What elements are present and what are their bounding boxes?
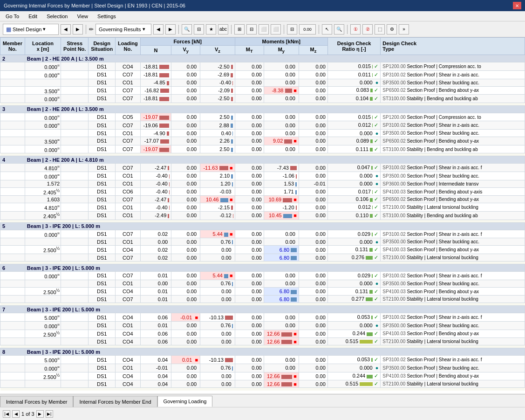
- cell-N: -18.81: [140, 95, 171, 103]
- close-button[interactable]: ✕: [513, 2, 521, 9]
- section-id-6: 6: [0, 264, 25, 272]
- cell-situation: DS1: [89, 180, 116, 187]
- cell-member-no: [0, 137, 25, 145]
- arrow-button[interactable]: ↖: [322, 24, 332, 34]
- cell-Vy: 0.00: [171, 113, 200, 121]
- cell-N: -17.07: [140, 137, 171, 145]
- table-button[interactable]: ⊟: [246, 24, 257, 34]
- cell-Vy: 0.00: [171, 70, 200, 79]
- cell-situation: DS1: [89, 113, 116, 121]
- cell-Vy: 0.00: [171, 180, 200, 187]
- cell-location: 0.000=: [25, 272, 61, 280]
- menu-selection[interactable]: Selection: [45, 13, 69, 20]
- cell-loading: CO7: [116, 164, 140, 172]
- cell-stress-point: [61, 280, 89, 287]
- nav-next-button[interactable]: ▶: [73, 24, 83, 34]
- zoom-button[interactable]: 🔍: [334, 24, 344, 34]
- cell-My: -1.20: [264, 203, 299, 212]
- cell-situation: DS1: [89, 356, 116, 364]
- cell-location: [25, 79, 61, 86]
- results-nav-prev[interactable]: ◀: [153, 24, 164, 34]
- table-row: 4.810= DS1 CO7 -2.47 0.00 -11.63 ■ 0.00 …: [0, 164, 525, 172]
- cell-desc: SP4100.03 Section Proof | Bending about …: [381, 372, 525, 380]
- toolbar: ▦ Steel Design ▾ ◀ ▶ ✏ Governing Results…: [0, 21, 525, 37]
- more-button[interactable]: »: [399, 24, 409, 34]
- cell-Mt: 0.00: [235, 130, 264, 137]
- tab-internal-forces-member-end[interactable]: Internal Forces by Member End: [73, 396, 157, 407]
- separator-5: [319, 25, 319, 34]
- menu-edit[interactable]: Edit: [27, 13, 39, 20]
- gear-button[interactable]: ⚙: [387, 24, 397, 34]
- steel-design-dropdown[interactable]: ▦ Steel Design ▾: [3, 24, 59, 35]
- icon-btn-3[interactable]: ⬚: [375, 24, 385, 34]
- section-label-4: Beam | 2 - HE 200 A | L: 4.810 m: [25, 156, 525, 164]
- cell-N: -2.47: [140, 164, 171, 172]
- cell-N: -16.82: [140, 86, 171, 95]
- cell-situation: DS1: [89, 330, 116, 338]
- table-row: 0.000= DS1 CO7 -18.81 0.00 -2.50 0.00 0.…: [0, 95, 525, 103]
- cell-N: 0.00: [140, 238, 171, 246]
- icon-btn-1[interactable]: ①: [350, 24, 361, 34]
- cell-location: 2.405½: [25, 212, 61, 220]
- cell-N: -0.40: [140, 203, 171, 212]
- cell-My: -1.06: [264, 172, 299, 180]
- cell-Mt: 0.00: [235, 164, 264, 172]
- cell-Mz: 0.00: [299, 145, 327, 153]
- cell-desc: SP3500.00 Section Proof | Shear buckling…: [381, 172, 525, 180]
- cell-dcr: 0.276 ✓: [327, 254, 381, 262]
- cell-stress-point: [61, 172, 89, 180]
- cell-Vy: 0.00: [171, 62, 200, 71]
- cell-My: 0.00: [264, 322, 299, 330]
- search-button[interactable]: 🔍: [182, 24, 192, 34]
- cell-loading: CO1: [116, 130, 140, 137]
- grid-button[interactable]: ⊞: [234, 24, 245, 34]
- cell-situation: DS1: [89, 70, 116, 79]
- cell-N: -0.40: [140, 187, 171, 196]
- cell-location: 0.000=: [25, 121, 61, 130]
- tab-internal-forces-member[interactable]: Internal Forces by Member: [0, 396, 73, 407]
- results-table: MemberNo. Locationx [m] StressPoint No. …: [0, 37, 525, 391]
- nav-prev-button[interactable]: ◀: [61, 24, 71, 34]
- governing-results-dropdown[interactable]: Governing Results ▾: [95, 24, 151, 35]
- cell-Vz: 0.00: [200, 330, 235, 338]
- highlight-button[interactable]: ★: [206, 24, 216, 34]
- cell-desc: SP4100.03 Section Proof | Bending about …: [381, 287, 525, 296]
- cell-desc: SP6500.02 Section Proof | Bending about …: [381, 137, 525, 145]
- cell-loading: CO1: [116, 322, 140, 330]
- table-row: 0.000= DS1 CO1 0.01 0.00 0.76 0.00 0.00 …: [0, 322, 525, 330]
- results-nav-next[interactable]: ▶: [165, 24, 176, 34]
- format-button[interactable]: ⊟: [287, 24, 297, 34]
- cell-Vz: 5.44 ■: [200, 230, 235, 238]
- separator-6: [347, 25, 348, 34]
- prev-page-button[interactable]: ◀: [12, 410, 20, 418]
- cell-Mt: 0.00: [235, 62, 264, 71]
- menu-settings[interactable]: Settings: [95, 13, 118, 20]
- settings-btn-2[interactable]: ⬜: [271, 24, 281, 34]
- cell-My: 1.71: [264, 187, 299, 196]
- section-id-4: 4: [0, 156, 25, 164]
- icon-btn-2[interactable]: ②: [362, 24, 373, 34]
- first-page-button[interactable]: |◀: [3, 410, 10, 418]
- cell-dcr: 0.104 ✓: [327, 95, 381, 103]
- cell-Mz: 0.00: [299, 95, 327, 103]
- cell-loading: CO7: [116, 254, 140, 262]
- cell-location: 0.000=: [25, 172, 61, 180]
- tab-governing-loading[interactable]: Governing Loading: [157, 396, 213, 407]
- bottom-tabs: Internal Forces by Member Internal Force…: [0, 394, 525, 407]
- menu-view[interactable]: View: [75, 13, 90, 20]
- cell-Mz: -0.01: [299, 180, 327, 187]
- section-label-2: Beam | 2 - HE 200 A | L: 3.500 m: [25, 55, 525, 62]
- cell-location: [25, 338, 61, 345]
- export-button[interactable]: abc: [218, 24, 228, 34]
- cell-loading: CO1: [116, 280, 140, 287]
- cell-dcr: 0.000 ●: [327, 79, 381, 86]
- decimal-button[interactable]: 0.00: [299, 24, 316, 34]
- next-page-button[interactable]: ▶: [36, 410, 44, 418]
- menu-goto[interactable]: Go To: [4, 13, 21, 20]
- cell-Vz: -11.63 ■: [200, 164, 235, 172]
- cell-loading: CO7: [116, 137, 140, 145]
- last-page-button[interactable]: ▶|: [46, 410, 53, 418]
- filter-button[interactable]: ⊟: [194, 24, 204, 34]
- chart-button[interactable]: ⬜: [259, 24, 269, 34]
- table-row: 0.000= DS1 CO7 0.01 0.00 5.44 ■ 0.00 0.0…: [0, 272, 525, 280]
